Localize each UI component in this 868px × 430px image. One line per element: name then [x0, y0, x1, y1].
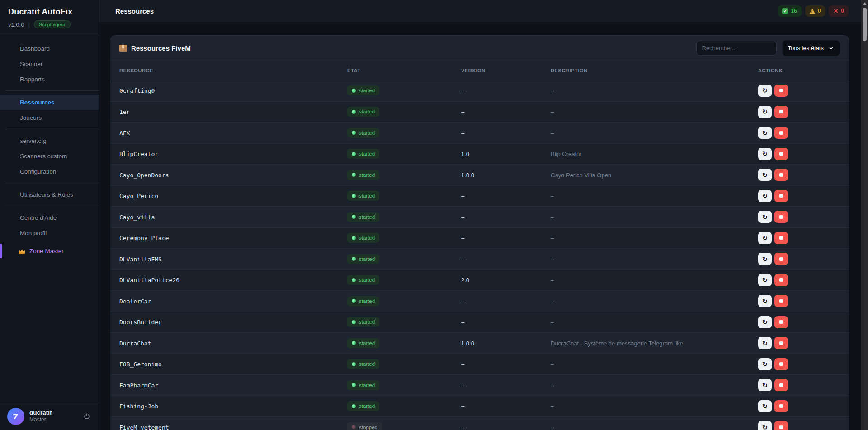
restart-button[interactable]: ↻: [758, 127, 772, 139]
sidebar-item-configuration[interactable]: Configuration: [0, 164, 99, 179]
status-dot-icon: [352, 173, 356, 177]
resource-version: –: [461, 424, 464, 430]
restart-button[interactable]: ↻: [758, 379, 772, 391]
status-dot-icon: [352, 131, 356, 135]
resource-description: DucraChat - Système de messagerie Telegr…: [551, 340, 683, 347]
table-header: RESSOURCE ÉTAT VERSION DESCRIPTION ACTIO…: [110, 61, 849, 80]
resource-name: DLVanillaEMS: [119, 256, 162, 263]
sidebar-item-joueurs[interactable]: Joueurs: [0, 110, 99, 125]
stop-button[interactable]: [774, 337, 788, 349]
stop-icon: [779, 152, 783, 156]
status-label: started: [359, 172, 375, 178]
stop-button[interactable]: [774, 127, 788, 139]
restart-button[interactable]: ↻: [758, 358, 772, 370]
status-dot-icon: [352, 110, 356, 114]
stop-button[interactable]: [774, 400, 788, 412]
status-badge: started: [347, 212, 379, 222]
warning-counter-badge[interactable]: 0: [805, 5, 826, 17]
stop-icon: [779, 278, 783, 282]
table-row: FamPharmCarstarted––↻: [110, 374, 849, 396]
stop-button[interactable]: [774, 379, 788, 391]
sidebar-item-rapports[interactable]: Rapports: [0, 71, 99, 87]
resource-description: –: [551, 109, 554, 115]
sidebar-item-mon-profil[interactable]: Mon profil: [0, 225, 99, 241]
state-filter-value: Tous les états: [788, 45, 824, 52]
restart-button[interactable]: ↻: [758, 253, 772, 265]
sidebar-item-ressources[interactable]: Ressources: [0, 95, 99, 110]
restart-button[interactable]: ↻: [758, 85, 772, 97]
scrollbar-thumb[interactable]: [863, 8, 867, 41]
restart-button[interactable]: ↻: [758, 106, 772, 118]
sidebar-divider: [5, 129, 99, 129]
status-badge: started: [347, 233, 379, 243]
stop-button[interactable]: [774, 358, 788, 370]
stop-icon: [779, 383, 783, 387]
restart-button[interactable]: ↻: [758, 295, 772, 307]
status-dot-icon: [352, 425, 356, 429]
status-badge: started: [347, 380, 379, 390]
sidebar-item-dashboard[interactable]: Dashboard: [0, 41, 99, 56]
stop-icon: [779, 404, 783, 408]
stop-button[interactable]: [774, 295, 788, 307]
resource-description: –: [551, 403, 554, 410]
restart-button[interactable]: ↻: [758, 211, 772, 223]
stop-button[interactable]: [774, 253, 788, 265]
restart-button[interactable]: ↻: [758, 148, 772, 160]
resource-description: –: [551, 87, 554, 94]
error-counter-badge[interactable]: ✕0: [829, 5, 849, 17]
scroll-up-arrow-icon[interactable]: [863, 2, 867, 5]
resource-version: –: [461, 403, 464, 410]
stop-icon: [779, 341, 783, 345]
stop-icon: [779, 131, 783, 135]
resource-name: AFK: [119, 130, 130, 137]
stop-button[interactable]: [774, 316, 788, 328]
status-label: started: [359, 256, 375, 262]
stop-button[interactable]: [774, 274, 788, 286]
success-counter-badge[interactable]: ✓16: [778, 5, 801, 17]
sidebar-item-utilisateurs-r-les[interactable]: Utilisateurs & Rôles: [0, 187, 99, 202]
status-badge: started: [347, 170, 379, 180]
zone-master-label: Zone Master: [29, 248, 64, 255]
sidebar-item-scanners-custom[interactable]: Scanners custom: [0, 148, 99, 164]
table-row: Ceremony_Placestarted––↻: [110, 227, 849, 249]
resource-name: 0crafting0: [119, 87, 155, 94]
restart-button[interactable]: ↻: [758, 274, 772, 286]
state-filter-select[interactable]: Tous les états: [782, 40, 840, 56]
restart-icon: ↻: [762, 402, 768, 410]
resource-description: –: [551, 130, 554, 137]
sidebar-item-centre-d-aide[interactable]: Centre d'Aide: [0, 210, 99, 225]
sidebar-item-zone-master[interactable]: Zone Master: [0, 243, 99, 259]
stop-button[interactable]: [774, 85, 788, 97]
topbar: Ressources ✓160✕0: [99, 0, 861, 22]
stop-button[interactable]: [774, 232, 788, 244]
separator: |: [28, 21, 29, 28]
resource-name: DealerCar: [119, 298, 151, 305]
stop-button[interactable]: [774, 169, 788, 181]
stop-button[interactable]: [774, 190, 788, 202]
restart-button[interactable]: ↻: [758, 232, 772, 244]
stop-button[interactable]: [774, 211, 788, 223]
resource-version: –: [461, 193, 464, 199]
search-input[interactable]: [696, 41, 777, 56]
restart-button[interactable]: ↻: [758, 421, 772, 430]
resource-description: –: [551, 214, 554, 221]
stop-button[interactable]: [774, 421, 788, 430]
restart-button[interactable]: ↻: [758, 190, 772, 202]
status-badge: started: [347, 359, 379, 369]
restart-icon: ↻: [762, 234, 768, 241]
stop-button[interactable]: [774, 106, 788, 118]
status-badge: stopped: [347, 422, 382, 430]
logout-power-button[interactable]: [82, 411, 92, 421]
resource-version: –: [461, 214, 464, 221]
resource-description: –: [551, 235, 554, 241]
restart-button[interactable]: ↻: [758, 169, 772, 181]
restart-button[interactable]: ↻: [758, 400, 772, 412]
restart-button[interactable]: ↻: [758, 316, 772, 328]
scrollbar[interactable]: [861, 0, 868, 430]
sidebar-item-server-cfg[interactable]: server.cfg: [0, 133, 99, 148]
sidebar-item-scanner[interactable]: Scanner: [0, 56, 99, 71]
restart-button[interactable]: ↻: [758, 337, 772, 349]
table-row: 1erstarted––↻: [110, 101, 849, 123]
content-area: Ressources FiveM Tous les états RESSOURC…: [99, 22, 861, 430]
stop-button[interactable]: [774, 148, 788, 160]
